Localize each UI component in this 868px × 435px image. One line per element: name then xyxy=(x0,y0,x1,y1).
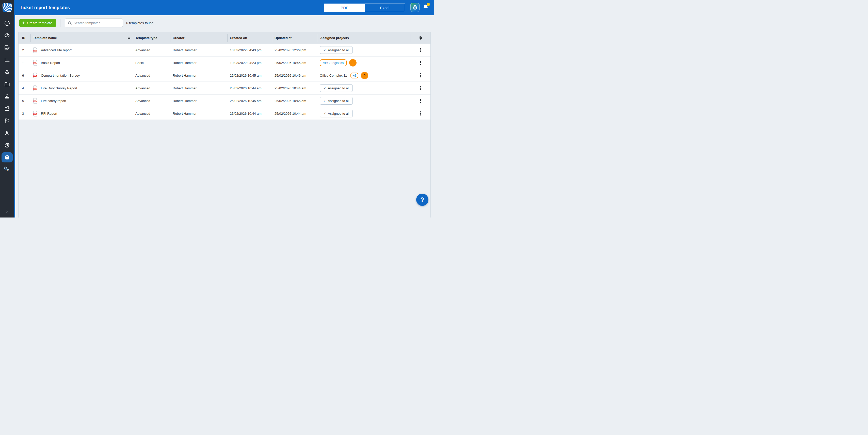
column-header-template-name[interactable]: Template name xyxy=(30,32,133,44)
folder-icon xyxy=(4,81,10,88)
stamp-icon xyxy=(4,93,10,100)
kebab-menu-icon[interactable] xyxy=(418,59,423,66)
assigned-to-all-label: Assigned to all xyxy=(328,112,349,115)
dashboard-gauge-icon xyxy=(4,20,10,27)
column-settings-button[interactable] xyxy=(410,32,431,44)
sidebar-item-reports[interactable] xyxy=(2,140,13,150)
sidebar: ⚙⚙ xyxy=(0,0,15,218)
assigned-to-all-button[interactable]: ✓ Assigned to all xyxy=(320,46,353,54)
app-logo[interactable] xyxy=(3,3,12,12)
ai-assistant-button[interactable] xyxy=(410,3,420,12)
flag-icon xyxy=(4,118,10,124)
pdf-file-icon: PDF xyxy=(33,85,38,91)
sidebar-item-site-overview[interactable] xyxy=(2,67,13,77)
template-name: Advanced site report xyxy=(41,48,72,52)
more-projects-link[interactable]: +2 xyxy=(352,74,356,77)
creator: Robert Hammer xyxy=(170,95,227,107)
kebab-menu-icon[interactable] xyxy=(418,85,423,92)
table-row[interactable]: 2 PDF Advanced site report Advanced Robe… xyxy=(19,44,430,57)
sidebar-item-projects[interactable] xyxy=(2,104,13,114)
create-template-label: Create template xyxy=(27,21,52,25)
template-name: RFI Report xyxy=(41,112,57,115)
results-count: 6 templates found xyxy=(126,21,153,25)
column-header-updated-at[interactable]: Updated at xyxy=(272,32,318,44)
kebab-menu-icon[interactable] xyxy=(418,110,423,117)
table-row[interactable]: 6 PDF Compartmentation Survey Advanced R… xyxy=(19,69,430,82)
sidebar-item-contacts[interactable] xyxy=(2,128,13,138)
check-icon: ✓ xyxy=(323,99,326,103)
assigned-to-all-button[interactable]: ✓ Assigned to all xyxy=(320,97,353,105)
column-header-id[interactable]: ID xyxy=(19,32,30,44)
tags-icon xyxy=(4,32,10,39)
toggle-option-pdf[interactable]: PDF xyxy=(324,4,365,12)
assigned-projects-cell: ABC Logistics 1 xyxy=(318,57,410,69)
buildings-icon xyxy=(4,105,10,112)
template-name: Compartmentation Survey xyxy=(41,74,80,77)
kebab-menu-icon[interactable] xyxy=(418,46,423,54)
column-header-created-on[interactable]: Created on xyxy=(227,32,272,44)
row-id: 6 xyxy=(19,69,30,81)
butterfly-icon xyxy=(412,4,418,10)
table-row[interactable]: 1 PDF Basic Report Basic Robert Hammer 1… xyxy=(19,57,430,69)
create-template-button[interactable]: + Create template xyxy=(19,19,56,27)
person-pin-icon xyxy=(4,69,10,75)
sidebar-item-tags[interactable] xyxy=(2,30,13,41)
templates-table: ID Template name Template type Creator C… xyxy=(18,32,431,218)
top-bar: Ticket report templates PDF Excel xyxy=(15,0,434,15)
sidebar-collapse-toggle[interactable] xyxy=(0,209,14,214)
table-row[interactable]: 5 PDF Fire safety report Advanced Robert… xyxy=(19,95,430,107)
assigned-project-link[interactable]: ABC Logistics xyxy=(323,61,344,65)
table-row[interactable]: 4 PDF Fire Door Survey Report Advanced R… xyxy=(19,82,430,95)
sidebar-item-plans[interactable] xyxy=(2,79,13,89)
column-header-assigned-projects[interactable]: Assigned projects xyxy=(318,32,410,44)
plus-icon: + xyxy=(22,20,25,25)
check-icon: ✓ xyxy=(323,86,326,90)
planradar-arcs-logo xyxy=(3,3,12,12)
template-type: Advanced xyxy=(133,107,170,120)
template-name-cell: PDF Basic Report xyxy=(30,57,133,69)
svg-text:PDF: PDF xyxy=(33,50,36,51)
template-name-cell: PDF RFI Report xyxy=(30,107,133,120)
row-menu-cell xyxy=(410,107,431,120)
sidebar-item-flags[interactable] xyxy=(2,116,13,126)
settings-gears-icon: ⚙⚙ xyxy=(4,166,10,173)
row-menu-cell xyxy=(410,57,431,69)
sidebar-item-dashboard[interactable] xyxy=(2,18,13,28)
kebab-menu-icon[interactable] xyxy=(418,97,423,104)
row-id: 3 xyxy=(19,107,30,120)
created-on: 25/02/2026 10:45 am xyxy=(227,69,272,81)
pdf-file-icon: PDF xyxy=(33,73,38,78)
created-on: 10/03/2022 04:43 pm xyxy=(227,44,272,56)
updated-at: 25/02/2026 10:46 am xyxy=(272,69,318,81)
kebab-menu-icon[interactable] xyxy=(418,72,423,79)
sidebar-item-statistics[interactable] xyxy=(2,55,13,65)
template-name-cell: PDF Compartmentation Survey xyxy=(30,69,133,81)
assigned-to-all-button[interactable]: ✓ Assigned to all xyxy=(320,110,353,117)
sidebar-item-approvals[interactable] xyxy=(2,91,13,102)
search-input[interactable] xyxy=(74,21,123,25)
help-button[interactable]: ? xyxy=(416,194,428,206)
sidebar-item-settings[interactable]: ⚙⚙ xyxy=(2,164,13,175)
notification-badge xyxy=(427,3,430,6)
table-row[interactable]: 3 PDF RFI Report Advanced Robert Hammer … xyxy=(19,107,430,120)
table-header-row: ID Template name Template type Creator C… xyxy=(19,32,430,44)
assigned-to-all-button[interactable]: ✓ Assigned to all xyxy=(320,84,353,92)
sidebar-item-templates[interactable] xyxy=(2,152,13,162)
assigned-project-name: Office Complex 11 xyxy=(320,74,347,77)
sidebar-item-tickets[interactable] xyxy=(2,43,13,53)
svg-text:PDF: PDF xyxy=(33,113,36,115)
column-header-template-type[interactable]: Template type xyxy=(133,32,170,44)
sort-ascending-icon xyxy=(128,37,130,39)
row-id: 2 xyxy=(19,44,30,56)
row-menu-cell xyxy=(410,69,431,81)
creator: Robert Hammer xyxy=(170,44,227,56)
template-type: Advanced xyxy=(133,44,170,56)
ticket-pen-icon xyxy=(4,44,10,51)
toggle-option-excel[interactable]: Excel xyxy=(365,4,405,12)
row-id: 1 xyxy=(19,57,30,69)
notifications-button[interactable] xyxy=(422,4,429,11)
template-type: Advanced xyxy=(133,69,170,81)
column-header-creator[interactable]: Creator xyxy=(170,32,227,44)
check-icon: ✓ xyxy=(323,48,326,52)
row-id: 5 xyxy=(19,95,30,107)
